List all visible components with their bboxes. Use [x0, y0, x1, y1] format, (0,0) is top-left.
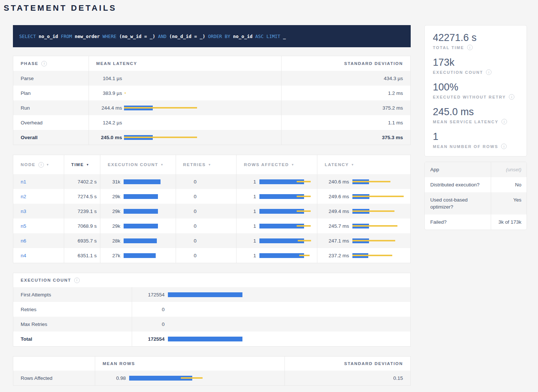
mean-rows-cell: 0.98 — [95, 371, 285, 385]
execution-count-title-label: EXECUTION COUNT — [21, 278, 71, 282]
retries-column-header[interactable]: RETRIES ▼ — [176, 155, 237, 174]
phase-row: Plan383.9 µs1.2 ms — [13, 86, 410, 100]
latency-bar-chart — [124, 106, 281, 110]
info-icon[interactable]: i — [467, 45, 473, 50]
node-link[interactable]: n6 — [21, 238, 26, 244]
stddev-bar — [124, 137, 197, 138]
stddev-bar — [299, 255, 310, 256]
empty-column-header — [13, 357, 95, 371]
stddev-value: 434.3 µs — [282, 71, 410, 86]
phase-column-header: PHASE i — [13, 56, 89, 71]
stddev-bar — [297, 181, 311, 182]
count-value: 0 — [139, 307, 165, 312]
property-row: Used cost-based optimizer?Yes — [425, 192, 527, 214]
stat-label: EXECUTION COUNTi — [433, 69, 519, 75]
node-row: n46351.1 s27k01237.2 ms — [13, 248, 410, 263]
stddev-value: 375.3 ms — [282, 130, 410, 145]
property-row: App(unset) — [425, 162, 527, 177]
standard-deviation-column-label: STANDARD DEVIATION — [344, 361, 403, 366]
rows-affected-header-row: MEAN ROWS STANDARD DEVIATION — [13, 357, 410, 371]
sql-keyword: ASC LIMIT — [255, 34, 280, 39]
node-link[interactable]: n2 — [21, 194, 26, 199]
time-column-header[interactable]: TIME ▼ — [64, 155, 100, 174]
latency-bar-chart — [259, 224, 317, 228]
latency-bar-chart — [124, 194, 176, 199]
node-column-header[interactable]: NODE i ▼ — [13, 155, 64, 174]
stddev-bar — [298, 240, 311, 241]
info-icon[interactable]: i — [501, 119, 507, 124]
stddev-bar — [124, 107, 197, 109]
node-link[interactable]: n4 — [21, 253, 26, 258]
stat-label-text: MEAN NUMBER OF ROWS — [433, 144, 498, 149]
row-label: Rows Affected — [13, 371, 95, 385]
time-cell: 7274.5 s — [64, 189, 100, 204]
sql-keyword: SELECT — [19, 34, 36, 39]
sort-arrow-icon: ▼ — [208, 163, 212, 166]
latency-cell: 237.2 ms — [317, 248, 410, 263]
info-icon[interactable]: i — [486, 69, 492, 75]
info-icon[interactable]: i — [509, 94, 514, 100]
sql-statement-box: SELECT no_o_id FROM new_order WHERE (no_… — [13, 25, 411, 47]
rows-affected-cell: 1 — [237, 233, 317, 248]
info-icon[interactable]: i — [38, 162, 44, 168]
latency-cell: 249.6 ms — [317, 189, 410, 204]
node-row: n66935.7 s28k01247.1 ms — [13, 233, 410, 248]
stat-label: MEAN SERVICE LATENCYi — [433, 119, 519, 124]
retries-cell: 0 — [176, 189, 237, 204]
info-icon[interactable]: i — [501, 144, 507, 149]
phase-name: Overall — [13, 130, 89, 145]
stat-value: 1 — [433, 131, 519, 142]
info-icon[interactable]: i — [41, 61, 47, 66]
latency-value: 249.6 ms — [325, 194, 349, 199]
latency-bar-chart — [168, 307, 404, 312]
info-icon[interactable]: i — [74, 278, 80, 283]
row-label: Total — [13, 331, 132, 346]
sql-identifier: _ — [283, 34, 286, 39]
sql-keyword: FROM — [61, 34, 72, 39]
node-link[interactable]: n5 — [21, 223, 26, 229]
node-row: n27274.5 s29k01249.6 ms — [13, 189, 410, 204]
rows-affected-column-header[interactable]: ROWS AFFECTED ▼ — [237, 155, 317, 174]
latency-value: 247.1 ms — [325, 238, 349, 244]
sort-arrow-icon: ▼ — [86, 163, 90, 166]
execution-count-value: 29k — [108, 209, 120, 214]
phase-row: Parse104.1 µs434.3 µs — [13, 71, 410, 86]
stat-value: 100% — [433, 81, 519, 93]
latency-bar-chart — [352, 179, 404, 184]
node-link[interactable]: n3 — [21, 209, 26, 214]
property-row: Failed?3k of 173k — [425, 214, 527, 230]
phase-table-header-row: PHASE i MEAN LATENCY STANDARD DEVIATION — [13, 56, 410, 71]
stddev-value: 1.2 ms — [282, 86, 410, 100]
rows-affected-row: Rows Affected0.980.15 — [13, 371, 410, 385]
sql-identifier: no_o_id — [233, 34, 253, 39]
mean-bar — [259, 238, 304, 243]
property-value: No — [491, 177, 527, 192]
stddev-bar — [352, 210, 394, 212]
rows-affected-cell: 1 — [237, 204, 317, 219]
mean-bar — [124, 253, 156, 258]
execution-count-cell: 29k — [100, 219, 176, 233]
stddev-bar — [352, 240, 395, 241]
standard-deviation-column-label: STANDARD DEVIATION — [344, 61, 403, 66]
mean-bar — [168, 292, 242, 297]
execution-count-column-header[interactable]: EXECUTION COUNT ▼ — [100, 155, 176, 174]
property-value: Yes — [491, 192, 527, 214]
stat-label-text: TOTAL TIME — [433, 45, 464, 50]
time-cell: 7239.1 s — [64, 204, 100, 219]
stat-label: MEAN NUMBER OF ROWSi — [433, 144, 519, 149]
node-row: n37239.1 s29k01249.4 ms — [13, 204, 410, 219]
sql-keyword: ORDER BY — [208, 34, 230, 39]
sql-statement: SELECT no_o_id FROM new_order WHERE (no_… — [19, 34, 286, 39]
phase-name: Overhead — [13, 115, 89, 130]
row-label: Retries — [13, 302, 132, 317]
execution-count-row: First Attempts172554 — [13, 287, 410, 302]
latency-value: 240.6 ms — [325, 179, 349, 185]
latency-column-header[interactable]: LATENCY ▼ — [317, 155, 410, 174]
node-link[interactable]: n1 — [21, 179, 26, 185]
time-column-label: TIME — [71, 162, 84, 167]
statement-properties-card: App(unset)Distributed execution?NoUsed c… — [424, 162, 527, 230]
stddev-bar — [181, 377, 203, 379]
mean-rows-value: 0.98 — [103, 375, 126, 381]
latency-bar-chart — [124, 179, 176, 184]
latency-bar-chart — [124, 120, 281, 125]
